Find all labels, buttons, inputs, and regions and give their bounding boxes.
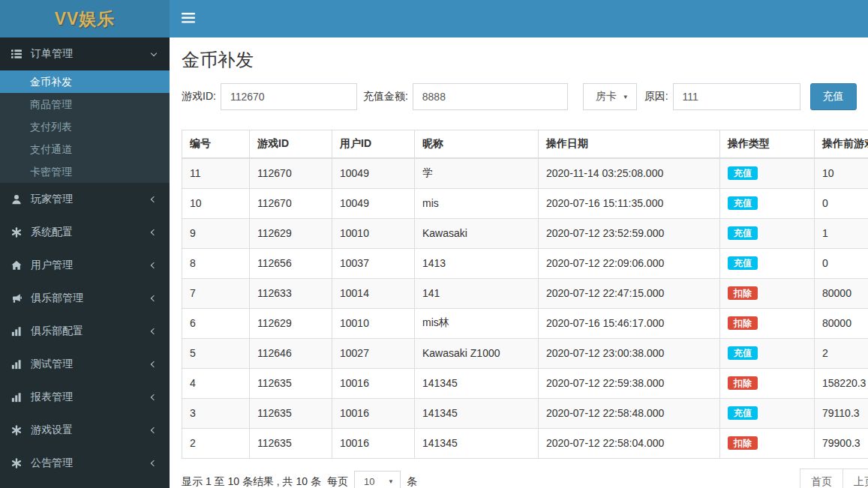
cell-game-id: 112635 [250,368,332,398]
cell-user-id: 10049 [332,158,415,188]
chevron-down-icon [151,50,157,56]
cell-date: 2020-07-12 22:59:38.000 [539,368,720,398]
cell-date: 2020-07-16 15:46:17.000 [539,308,720,338]
table-row: 1011267010049mis2020-07-16 15:11:35.000充… [182,188,868,218]
operation-type-badge: 扣除 [728,316,758,330]
sidebar-subitem-coin-reissue[interactable]: 金币补发 [0,70,170,93]
results-info: 显示 1 至 10 条结果 , 共 10 条 每页 10 ▼ 条 [182,471,417,488]
column-header: 游戏ID [250,130,332,159]
cell-no: 8 [182,248,250,278]
cell-no: 2 [182,428,250,458]
sidebar-item-label: 报表管理 [28,391,152,404]
page-title: 金币补发 [182,48,856,72]
cell-game-id: 112629 [250,218,332,248]
sidebar-item-system-config[interactable]: 系统配置 [0,216,170,249]
column-header: 昵称 [415,130,539,159]
reason-input[interactable] [673,83,800,110]
cell-date: 2020-11-14 03:25:08.000 [539,158,720,188]
cell-before: 79900.3 [815,428,868,458]
bar-chart-icon [11,326,28,337]
game-id-input[interactable] [221,83,357,110]
cell-nickname: 141345 [415,368,539,398]
cell-op: 充值 [720,338,815,368]
sidebar-item-label: 公告管理 [28,457,152,470]
sidebar-subitem-card-key-management[interactable]: 卡密管理 [0,160,170,183]
sidebar-subitem-goods-management[interactable]: 商品管理 [0,93,170,115]
cell-no: 11 [182,158,250,188]
sidebar-item-user-management[interactable]: 用户管理 [0,249,170,282]
cell-op: 充值 [720,188,815,218]
chevron-left-icon [151,460,157,466]
reason-label: 原因: [644,90,668,103]
table-header-row: 编号游戏ID用户ID昵称操作日期操作类型操作前游戏币 [182,130,868,159]
cell-user-id: 10049 [332,188,415,218]
cell-date: 2020-07-12 23:00:38.000 [539,338,720,368]
amount-label: 充值金额: [363,90,408,103]
cell-nickname: 141345 [415,398,539,428]
cell-game-id: 112633 [250,278,332,308]
sidebar-item-announcement-management[interactable]: 公告管理 [0,447,170,480]
table-row: 911262910010Kawasaki2020-07-12 23:52:59.… [182,218,868,248]
cell-nickname: 141 [415,278,539,308]
sidebar-subitem-payment-channel[interactable]: 支付通道 [0,138,170,160]
page-size-value: 10 [364,476,374,487]
table-row: 7112633100141412020-07-12 22:47:15.000扣除… [182,278,868,308]
cell-user-id: 10014 [332,278,415,308]
chevron-down-icon: ▼ [623,94,629,100]
table-row: 611262910010mis林2020-07-16 15:46:17.000扣… [182,308,868,338]
sidebar: VV娱乐 订单管理金币补发商品管理支付列表支付通道卡密管理玩家管理系统配置用户管… [0,0,170,488]
sidebar-item-test-management[interactable]: 测试管理 [0,348,170,381]
recharge-button[interactable]: 充值 [810,83,857,110]
asterisk-icon [11,227,28,238]
sidebar-item-player-management[interactable]: 玩家管理 [0,183,170,216]
first-page-button[interactable]: 首页 [800,469,843,488]
user-icon [11,194,28,205]
sidebar-item-label: 订单管理 [28,47,152,61]
cell-no: 9 [182,218,250,248]
per-page-unit: 条 [407,475,417,488]
column-header: 操作前游戏币 [815,130,868,159]
game-id-label: 游戏ID: [182,90,216,103]
sidebar-item-game-settings[interactable]: 游戏设置 [0,414,170,447]
list-icon [11,49,28,59]
chevron-left-icon [151,295,157,301]
records-table-wrap: 编号游戏ID用户ID昵称操作日期操作类型操作前游戏币 1111267010049… [182,130,856,459]
cell-no: 7 [182,278,250,308]
cell-before: 0 [815,188,868,218]
cell-nickname: 学 [415,158,539,188]
table-row: 2112635100161413452020-07-12 22:58:04.00… [182,428,868,458]
amount-input[interactable] [413,83,568,110]
page-size-select[interactable]: 10 ▼ [354,471,401,488]
cell-op: 充值 [720,218,815,248]
recharge-form: 游戏ID: 充值金额: 房卡 ▼ 原因: 充值 [182,83,856,110]
cell-op: 充值 [720,398,815,428]
sidebar-subitem-payment-list[interactable]: 支付列表 [0,115,170,138]
sidebar-item-order-management[interactable]: 订单管理 [0,37,170,70]
cell-game-id: 112635 [250,428,332,458]
column-header: 操作类型 [720,130,815,159]
sidebar-item-label: 系统配置 [28,226,152,239]
cell-op: 充值 [720,158,815,188]
column-header: 编号 [182,130,250,159]
sidebar-item-label: 用户管理 [28,259,152,272]
sidebar-toggle-button[interactable] [170,0,207,37]
sidebar-item-report-management[interactable]: 报表管理 [0,381,170,414]
cell-user-id: 10027 [332,338,415,368]
sidebar-item-label: 俱乐部管理 [28,292,152,305]
cell-user-id: 10016 [332,398,415,428]
chevron-left-icon [151,427,157,433]
cell-before: 2 [815,338,868,368]
app-logo: VV娱乐 [0,0,170,37]
cell-op: 扣除 [720,308,815,338]
card-type-select[interactable]: 房卡 ▼ [583,83,637,110]
cell-user-id: 10016 [332,428,415,458]
main-content: 金币补发 游戏ID: 充值金额: 房卡 ▼ 原因: 充值 编号游戏ID用户ID昵… [170,37,868,488]
chevron-left-icon [151,328,157,334]
sidebar-item-club-config[interactable]: 俱乐部配置 [0,315,170,348]
cell-before: 79110.3 [815,398,868,428]
cell-nickname: 141345 [415,428,539,458]
sidebar-item-club-management[interactable]: 俱乐部管理 [0,282,170,315]
cell-no: 3 [182,398,250,428]
prev-page-button[interactable]: 上页 [843,469,868,488]
results-info-text: 显示 1 至 10 条结果 , 共 10 条 [182,475,321,488]
